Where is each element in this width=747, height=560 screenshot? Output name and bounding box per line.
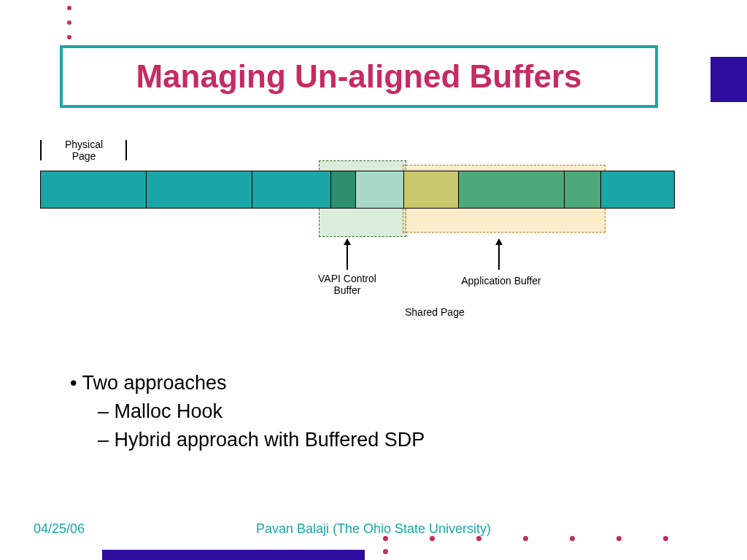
- buffer-diagram: Physical Page VAPI Control Buffer Applic…: [40, 140, 675, 330]
- decor-dots-bottom: [383, 531, 747, 557]
- app-caption: Application Buffer: [443, 275, 560, 287]
- bullet-list: Two approaches Malloc Hook Hybrid approa…: [70, 372, 425, 451]
- arrow-vapi: [347, 239, 348, 270]
- slide-title: Managing Un-aligned Buffers: [63, 58, 655, 95]
- decor-dots-top: [67, 6, 71, 50]
- physical-page-tick-right: [125, 140, 127, 160]
- bullet-main: Two approaches: [70, 372, 425, 394]
- vapi-seg: [331, 171, 356, 208]
- physical-page-label: Physical Page: [55, 139, 113, 162]
- arrow-app: [498, 239, 500, 270]
- app-seg: [565, 171, 601, 208]
- page-seg: [252, 171, 331, 208]
- vapi-caption: VAPI Control Buffer: [311, 273, 383, 296]
- memory-bar: [40, 171, 675, 209]
- decor-footer-bar: [102, 550, 365, 560]
- decor-right-block: [711, 57, 747, 102]
- vapi-seg: [356, 171, 404, 208]
- footer-date: 04/25/06: [34, 521, 85, 537]
- shared-seg: [404, 171, 459, 208]
- page-seg: [147, 171, 252, 208]
- bullet-sub: Hybrid approach with Buffered SDP: [98, 429, 425, 451]
- app-seg: [459, 171, 565, 208]
- page-seg: [601, 171, 674, 208]
- physical-page-tick-left: [40, 140, 42, 160]
- bullet-sub: Malloc Hook: [98, 400, 425, 423]
- shared-caption: Shared Page: [405, 306, 507, 318]
- page-seg: [41, 171, 147, 208]
- title-box: Managing Un-aligned Buffers: [60, 45, 658, 108]
